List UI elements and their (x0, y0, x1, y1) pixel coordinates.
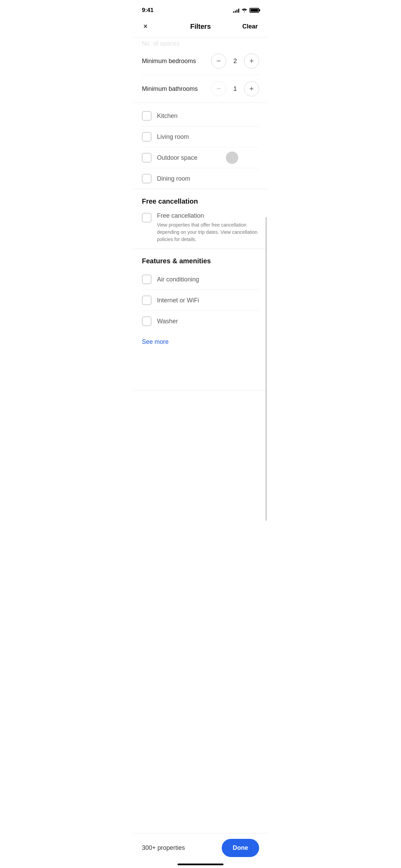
bottom-divider (134, 390, 267, 390)
see-more-link[interactable]: See more (134, 331, 177, 352)
bathrooms-label: Minimum bathrooms (142, 85, 198, 93)
faded-section: No. of spaces (134, 37, 267, 47)
air-conditioning-checkbox[interactable] (142, 275, 151, 284)
bedrooms-row: Minimum bedrooms − 2 + (142, 47, 259, 75)
internet-wifi-checkbox[interactable] (142, 296, 151, 305)
faded-label: No. of spaces (142, 40, 180, 47)
wifi-icon (241, 8, 247, 13)
bedrooms-value: 2 (232, 58, 239, 65)
status-bar: 9:41 (134, 0, 267, 19)
features-amenities-title: Features & amenities (142, 257, 259, 265)
bathrooms-decrement-button[interactable]: − (211, 81, 226, 96)
kitchen-label: Kitchen (157, 112, 178, 120)
battery-icon (250, 8, 259, 13)
bedrooms-controls: − 2 + (211, 53, 259, 69)
free-cancellation-label: Free cancellation (157, 212, 259, 219)
bathrooms-value: 1 (232, 85, 239, 93)
free-cancellation-description: View properties that offer free cancella… (157, 221, 259, 243)
outdoor-space-label: Outdoor space (157, 154, 197, 161)
internet-wifi-row: Internet or WiFi (142, 290, 259, 311)
stepper-section: Minimum bedrooms − 2 + Minimum bathrooms… (134, 47, 267, 103)
washer-checkbox[interactable] (142, 316, 151, 326)
main-content: No. of spaces Minimum bedrooms − 2 + Min… (134, 37, 267, 390)
dining-room-row: Dining room (142, 168, 259, 189)
touch-ripple (226, 152, 238, 164)
living-room-checkbox[interactable] (142, 132, 151, 142)
kitchen-row: Kitchen (142, 106, 259, 126)
header: × Filters Clear (134, 19, 267, 37)
clear-button[interactable]: Clear (241, 22, 259, 32)
kitchen-checkbox[interactable] (142, 111, 151, 121)
bedrooms-label: Minimum bedrooms (142, 58, 196, 65)
signal-icon (233, 8, 239, 13)
status-icons (233, 8, 259, 13)
bathrooms-increment-button[interactable]: + (244, 81, 259, 96)
free-cancellation-row: Free cancellation View properties that o… (142, 207, 259, 249)
dining-room-checkbox[interactable] (142, 174, 151, 183)
close-button[interactable]: × (142, 21, 149, 32)
internet-wifi-label: Internet or WiFi (157, 297, 199, 304)
washer-row: Washer (142, 311, 259, 331)
free-cancellation-title: Free cancellation (142, 197, 259, 205)
living-room-row: Living room (142, 126, 259, 147)
spaces-section: Kitchen Living room Outdoor space Dining… (134, 103, 267, 189)
living-room-label: Living room (157, 133, 189, 141)
bedrooms-decrement-button[interactable]: − (211, 53, 226, 69)
air-conditioning-label: Air conditioning (157, 276, 199, 283)
bathrooms-controls: − 1 + (211, 81, 259, 96)
air-conditioning-row: Air conditioning (142, 269, 259, 290)
free-cancellation-checkbox[interactable] (142, 213, 151, 222)
features-amenities-section: Features & amenities (134, 249, 267, 265)
page-title: Filters (190, 23, 211, 31)
amenities-list: Air conditioning Internet or WiFi Washer (134, 266, 267, 331)
free-cancellation-section: Free cancellation Free cancellation View… (134, 189, 267, 249)
outdoor-space-checkbox[interactable] (142, 153, 151, 162)
status-time: 9:41 (142, 7, 154, 14)
outdoor-space-row: Outdoor space (142, 147, 259, 168)
bedrooms-increment-button[interactable]: + (244, 53, 259, 69)
bathrooms-row: Minimum bathrooms − 1 + (142, 75, 259, 103)
free-cancellation-content: Free cancellation View properties that o… (157, 212, 259, 243)
dining-room-label: Dining room (157, 175, 190, 182)
washer-label: Washer (157, 318, 178, 325)
